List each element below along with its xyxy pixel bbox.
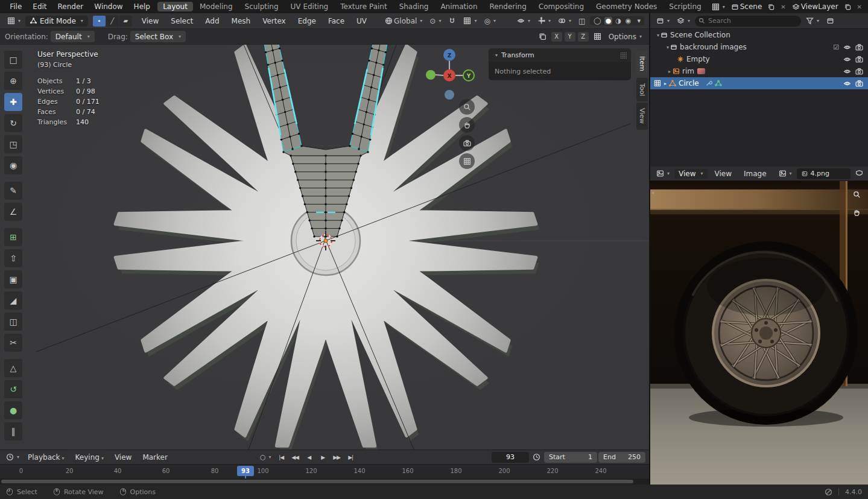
play-reverse-button[interactable]: ◀ (303, 454, 315, 460)
tool-add-cube[interactable]: ⊞ (4, 228, 22, 246)
timeline-ruler[interactable]: 0 20 40 60 80 100 120 140 160 180 200 22… (0, 464, 649, 478)
image-editor-canvas[interactable]: ◂ (650, 181, 868, 485)
menu-help[interactable]: Help (129, 2, 155, 11)
jump-to-start-button[interactable]: |◀ (275, 454, 288, 460)
face-select-button[interactable]: ▰ (119, 16, 132, 27)
options-dropdown[interactable]: Options▾ (606, 33, 644, 41)
tool-bevel[interactable]: ◢ (4, 291, 22, 310)
show-gizmo-dropdown[interactable]: ▾ (535, 17, 553, 25)
shading-solid-button[interactable]: ● (604, 17, 613, 25)
tree-row-scene-collection[interactable]: ▾ Scene Collection (650, 29, 868, 41)
shading-rendered-button[interactable]: ◉ (624, 17, 633, 25)
viewlayer-copy-button[interactable] (842, 4, 854, 10)
filter-funnel-icon[interactable]: ▾ (803, 17, 822, 25)
editor-type-timeline-icon[interactable]: ▾ (4, 453, 22, 461)
tool-rip-region[interactable]: ∥ (4, 422, 22, 440)
editor-type-outliner-icon[interactable]: ▾ (654, 17, 672, 25)
tool-scale[interactable]: ◳ (4, 135, 22, 153)
tool-select-box[interactable]: □ (4, 51, 22, 69)
transform-panel-header[interactable]: ▾ Transform ⣿⣿ (489, 48, 631, 62)
workspace-tab-modeling[interactable]: Modeling (194, 2, 238, 11)
scene-selector[interactable]: Scene (729, 2, 765, 11)
snap-toggle[interactable] (446, 17, 458, 25)
search-input[interactable] (695, 16, 801, 27)
tool-rotate[interactable]: ↻ (4, 114, 22, 132)
outliner-display-mode-icon[interactable]: ▾ (674, 17, 692, 25)
mirror-y-button[interactable]: Y (565, 32, 575, 42)
tool-transform[interactable]: ◉ (4, 156, 22, 174)
image-menu-view[interactable]: View (710, 170, 737, 178)
tool-measure[interactable]: ∠ (4, 203, 22, 221)
scene-copy-button[interactable] (765, 4, 777, 10)
tree-row-circle[interactable]: ▸ Circle (650, 77, 868, 89)
workspace-tab-layout[interactable]: Layout (157, 2, 193, 11)
workspace-tab-sculpting[interactable]: Sculpting (239, 2, 284, 11)
editor-type-3d-viewport-icon[interactable]: ▾ (5, 17, 23, 25)
hide-eye-icon[interactable] (843, 43, 851, 51)
disable-render-camera-icon[interactable] (855, 43, 863, 51)
tab-view[interactable]: View (636, 103, 648, 129)
image-menu-image[interactable]: Image (739, 170, 771, 178)
ortho-toggle-button[interactable] (459, 153, 475, 169)
timeline-scrollbar[interactable] (0, 478, 649, 485)
play-button[interactable]: ▶ (317, 454, 329, 460)
gizmo-neg-z-axis[interactable] (445, 90, 454, 100)
menu-file[interactable]: File (5, 2, 27, 11)
vp-menu-view[interactable]: View (137, 17, 163, 25)
viewlayer-unlink-button[interactable]: ✕ (855, 4, 864, 10)
image-zoom-icon[interactable] (853, 191, 861, 199)
disable-render-camera-icon[interactable] (855, 68, 863, 75)
pan-hand-button[interactable] (459, 117, 475, 133)
image-pan-hand-icon[interactable] (853, 209, 861, 217)
mode-dropdown[interactable]: Edit Mode▾ (25, 16, 88, 27)
workspace-tab-texture-paint[interactable]: Texture Paint (335, 2, 392, 11)
vp-menu-add[interactable]: Add (200, 17, 224, 25)
shading-wireframe-button[interactable]: ◯ (592, 17, 602, 25)
pivot-point-dropdown[interactable]: ⊙▾ (427, 17, 443, 25)
vp-menu-face[interactable]: Face (323, 17, 349, 25)
tool-loop-cut[interactable]: ◫ (4, 313, 22, 331)
workspace-tab-scripting[interactable]: Scripting (664, 2, 706, 11)
shading-material-button[interactable]: ◑ (614, 17, 622, 25)
xray-toggle[interactable]: ◫ (576, 17, 588, 25)
hide-eye-icon[interactable] (843, 68, 851, 75)
vp-menu-select[interactable]: Select (166, 17, 198, 25)
tool-annotate[interactable]: ✎ (4, 182, 22, 200)
frame-end-field[interactable]: End250 (598, 452, 645, 463)
scene-unlink-button[interactable]: ✕ (778, 4, 788, 10)
menu-render[interactable]: Render (53, 2, 89, 11)
gizmo-neg-y-axis[interactable] (426, 70, 436, 80)
use-preview-range-icon[interactable] (530, 453, 543, 461)
browse-image-icon[interactable]: ▾ (776, 170, 794, 177)
workspace-tab-geometry-nodes[interactable]: Geometry Nodes (591, 2, 662, 11)
workspace-tab-animation[interactable]: Animation (435, 2, 483, 11)
tool-knife[interactable]: ✂ (4, 334, 22, 352)
timeline-menu-view[interactable]: View (110, 453, 136, 462)
timeline-menu-playback[interactable]: Playback▾ (23, 453, 69, 462)
timeline-menu-marker[interactable]: Marker (138, 453, 172, 462)
hide-eye-icon[interactable] (843, 56, 851, 63)
tool-poly-build[interactable]: △ (4, 359, 22, 377)
transform-copy-icon[interactable] (536, 33, 549, 40)
fake-user-shield-icon[interactable] (853, 170, 866, 177)
current-frame-field[interactable]: 93 (492, 452, 529, 463)
disable-render-camera-icon[interactable] (855, 80, 863, 87)
image-mode-dropdown[interactable]: View▾ (674, 169, 708, 179)
region-expand-arrow[interactable]: ◂ (651, 189, 654, 195)
shading-dropdown[interactable]: ▾ (636, 17, 642, 25)
edge-select-button[interactable]: ╱ (106, 16, 119, 27)
tree-row-empty[interactable]: Empty (650, 53, 868, 65)
workspace-tab-compositing[interactable]: Compositing (533, 2, 589, 11)
prev-keyframe-button[interactable]: ◀◀ (289, 454, 302, 460)
snap-with-dropdown[interactable]: ▾ (461, 17, 479, 25)
geometry-nodes-icon[interactable] (715, 80, 722, 87)
vp-menu-edge[interactable]: Edge (293, 17, 321, 25)
drag-value-dropdown[interactable]: Select Box▾ (130, 31, 186, 42)
mirror-x-button[interactable]: X (551, 32, 562, 42)
timeline-menu-keying[interactable]: Keying▾ (71, 453, 109, 462)
show-overlays-dropdown[interactable]: ▾ (556, 17, 574, 25)
tree-row-rim[interactable]: ▸ rim (650, 65, 868, 77)
workspace-tab-uv-editing[interactable]: UV Editing (285, 2, 334, 11)
hide-eye-icon[interactable] (843, 80, 851, 87)
network-offline-icon[interactable] (825, 488, 832, 496)
